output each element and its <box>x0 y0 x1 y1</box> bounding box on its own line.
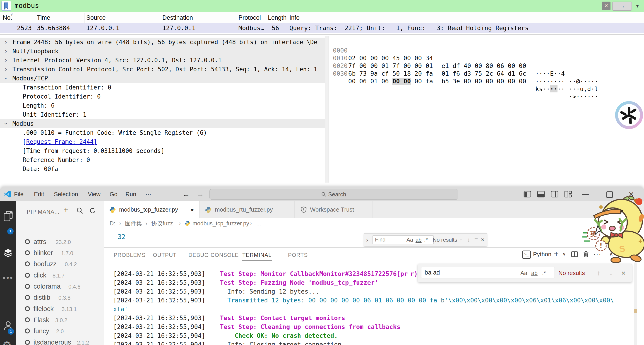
nav-forward-icon[interactable]: → <box>196 187 204 201</box>
breadcrumb-file[interactable]: modbus_tcp_fuzzer.py <box>192 218 249 229</box>
detail-row-length[interactable]: Length: 6 <box>0 101 325 110</box>
refresh-icon[interactable] <box>89 207 96 214</box>
col-info[interactable]: Info <box>290 12 300 23</box>
floating-app-logo[interactable] <box>614 100 644 130</box>
search-prev-icon[interactable]: ↑ <box>597 264 600 282</box>
match-case-icon[interactable]: Aa <box>406 234 413 246</box>
layers-view-icon[interactable] <box>3 248 13 257</box>
search-close-icon[interactable]: × <box>621 264 626 282</box>
package-colorama[interactable]: colorama0.4.6 <box>16 281 104 292</box>
package-funcy[interactable]: funcy2.0 <box>16 325 104 336</box>
detail-row-request-frame-link[interactable]: [Request Frame: 2444] <box>0 137 325 146</box>
menu-edit[interactable]: Edit <box>34 187 44 201</box>
detail-row-frame[interactable]: ›Frame 2448: 56 bytes on wire (448 bits)… <box>0 38 325 47</box>
chevron-right-icon[interactable]: › <box>3 38 9 47</box>
col-no[interactable]: No. <box>3 12 12 23</box>
filter-bookmark-button[interactable] <box>1 1 11 11</box>
detail-row-loopback[interactable]: ›Null/Loopback <box>0 47 325 56</box>
search-next-icon[interactable]: ↓ <box>609 264 613 282</box>
tab-modbus-rtu-fuzzer[interactable]: modbus_rtu_fuzzer.py <box>200 201 294 218</box>
find-next-icon[interactable]: ↓ <box>467 234 470 246</box>
col-destination[interactable]: Destination <box>162 12 193 23</box>
panel-tab-output[interactable]: OUTPUT <box>153 248 176 262</box>
match-case-icon[interactable]: Aa <box>520 264 528 282</box>
regex-icon[interactable]: .* <box>542 264 546 282</box>
toggle-panel-icon[interactable] <box>537 191 545 198</box>
find-prev-icon[interactable]: ↑ <box>460 234 462 246</box>
whole-word-icon[interactable]: ab <box>531 264 538 282</box>
detail-row-time-from-request[interactable]: [Time from request: 0.031311000 seconds] <box>0 146 325 155</box>
tab-workspace-trust[interactable]: Workspace Trust <box>294 201 373 218</box>
panel-tab-ports[interactable]: PORTS <box>288 248 308 262</box>
package-blinker[interactable]: blinker1.7.0 <box>16 247 104 258</box>
more-views-icon[interactable]: ••• <box>3 273 14 282</box>
package-distlib[interactable]: distlib0.3.8 <box>16 292 104 303</box>
detail-row-modbus[interactable]: ›Modbus <box>0 119 325 128</box>
detail-row-modbus-tcp[interactable]: ›Modbus/TCP <box>0 74 325 83</box>
tab-modbus-tcp-fuzzer[interactable]: modbus_tcp_fuzzer.py ● <box>104 201 200 218</box>
hex-row[interactable]: 0020 6b 73 9a cf 50 18 20 fa b5 3e 00 00… <box>329 54 644 62</box>
breadcrumb-folder2[interactable]: 协议fuzz <box>151 218 173 229</box>
nav-back-icon[interactable]: ← <box>182 187 190 201</box>
menu-go[interactable]: Go <box>110 187 118 201</box>
breadcrumb-folder1[interactable]: 固件集 <box>125 218 142 229</box>
terminal-scrollbar[interactable] <box>634 262 637 345</box>
filter-apply-button[interactable]: → <box>612 2 632 11</box>
detail-row-tcp[interactable]: ›Transmission Control Protocol, Src Port… <box>0 65 325 74</box>
whole-word-icon[interactable]: ab <box>416 234 422 246</box>
col-time[interactable]: Time <box>37 12 50 23</box>
package-filelock[interactable]: filelock3.13.1 <box>16 303 104 314</box>
col-protocol[interactable]: Protocol <box>238 12 261 23</box>
search-packages-icon[interactable] <box>76 207 83 214</box>
detail-row-reference-number[interactable]: Reference Number: 0 <box>0 155 325 164</box>
hex-row[interactable]: 0000 02 00 00 00 45 00 00 34 e1 df 40 00… <box>329 39 644 47</box>
detail-row-data[interactable]: Data: 00fa <box>0 164 325 174</box>
breadcrumb-more[interactable]: ... <box>256 218 261 229</box>
terminal-shell-label[interactable]: Python <box>533 248 552 261</box>
breadcrumb-drive[interactable]: D: <box>110 218 115 229</box>
add-package-button[interactable]: + <box>64 205 68 215</box>
chevron-down-icon[interactable]: › <box>1 75 10 82</box>
detail-row-ip[interactable]: ›Internet Protocol Version 4, Src: 127.0… <box>0 56 325 65</box>
detail-row-unit-id[interactable]: Unit Identifier: 1 <box>0 110 325 119</box>
new-terminal-button[interactable]: + <box>554 248 559 260</box>
hex-row[interactable]: 0010 7f 00 00 01 7f 00 00 01 01 f6 d3 75… <box>329 47 644 54</box>
menu-selection[interactable]: Selection <box>54 187 78 201</box>
package-click[interactable]: click8.1.7 <box>16 270 104 281</box>
col-length[interactable]: Length <box>268 12 288 23</box>
toggle-secondary-sidebar-icon[interactable] <box>551 191 558 198</box>
split-terminal-icon[interactable] <box>571 251 578 257</box>
panel-tab-problems[interactable]: PROBLEMS <box>114 248 146 262</box>
settings-gear-icon[interactable]: ⚙ <box>2 339 12 345</box>
menu-file[interactable]: File <box>14 187 24 201</box>
package-attrs[interactable]: attrs23.2.0 <box>16 236 104 247</box>
filter-input[interactable]: modbus <box>14 0 39 11</box>
chevron-down-icon[interactable]: › <box>1 121 10 127</box>
detail-row-function-code[interactable]: .000 0110 = Function Code: Write Single … <box>0 128 325 137</box>
panel-tab-debug-console[interactable]: DEBUG CONSOLE <box>188 248 239 262</box>
detail-row-transaction-id[interactable]: Transaction Identifier: 0 <box>0 83 325 92</box>
regex-icon[interactable]: .* <box>424 234 428 246</box>
terminal-dropdown-icon[interactable]: ∨ <box>562 248 566 260</box>
col-source[interactable]: Source <box>86 12 106 23</box>
chevron-right-icon[interactable]: › <box>3 65 9 74</box>
find-close-icon[interactable]: × <box>481 234 484 246</box>
pane-splitter-scrollbar[interactable] <box>325 36 329 183</box>
package-boofuzz[interactable]: boofuzz0.4.2 <box>16 258 104 269</box>
chevron-right-icon[interactable]: › <box>3 56 9 65</box>
find-in-selection-icon[interactable]: ≡ <box>474 234 478 246</box>
command-center-search[interactable]: Search <box>210 189 458 200</box>
find-toggle-chevron-icon[interactable]: › <box>366 234 368 246</box>
detail-row-protocol-id[interactable]: Protocol Identifier: 0 <box>0 92 325 101</box>
modified-dot-icon[interactable]: ● <box>191 201 194 218</box>
hex-row[interactable]: 0030 00 06 01 06 00 00 00 fa ········ <box>329 62 644 70</box>
filter-clear-button[interactable]: × <box>602 2 610 10</box>
customize-layout-icon[interactable] <box>564 191 572 198</box>
chevron-right-icon[interactable]: › <box>3 47 9 56</box>
toggle-sidebar-icon[interactable] <box>524 191 531 198</box>
package-flask[interactable]: Flask3.0.2 <box>16 314 104 325</box>
pip-manager-view-icon[interactable] <box>3 210 14 222</box>
menu-more[interactable]: ··· <box>146 187 151 201</box>
package-itsdangerous[interactable]: itsdangerous2.1.2 <box>16 337 104 345</box>
menu-view[interactable]: View <box>88 187 100 201</box>
